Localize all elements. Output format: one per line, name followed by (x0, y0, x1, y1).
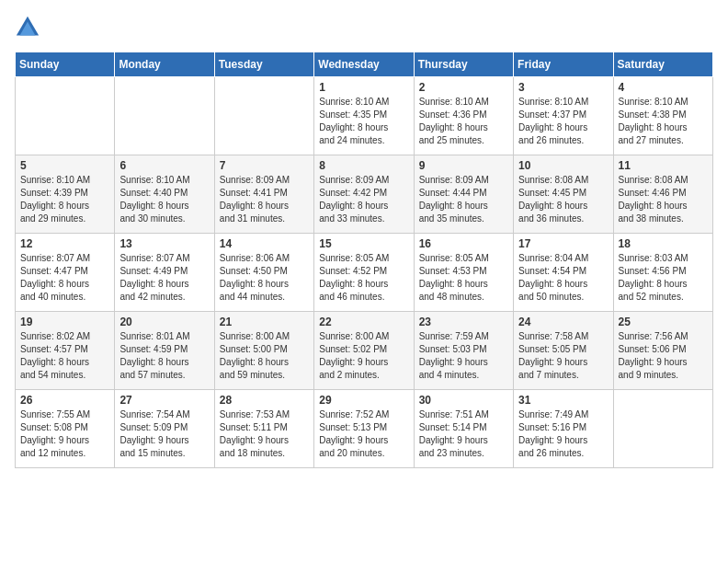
logo (15, 15, 44, 40)
calendar-cell: 2Sunrise: 8:10 AM Sunset: 4:36 PM Daylig… (414, 77, 513, 155)
day-number: 24 (518, 316, 608, 328)
day-info: Sunrise: 7:49 AM Sunset: 5:16 PM Dayligh… (518, 408, 608, 460)
calendar-cell: 7Sunrise: 8:09 AM Sunset: 4:41 PM Daylig… (214, 155, 313, 234)
day-number: 7 (220, 159, 309, 172)
day-info: Sunrise: 7:56 AM Sunset: 5:06 PM Dayligh… (619, 330, 708, 382)
calendar-cell (16, 77, 115, 155)
day-number: 12 (20, 237, 109, 250)
day-info: Sunrise: 8:08 AM Sunset: 4:46 PM Dayligh… (619, 174, 708, 225)
calendar-week-row: 12Sunrise: 8:07 AM Sunset: 4:47 PM Dayli… (16, 234, 713, 312)
calendar-cell: 9Sunrise: 8:09 AM Sunset: 4:44 PM Daylig… (414, 155, 513, 234)
day-number: 4 (619, 81, 708, 94)
header-friday: Friday (514, 52, 613, 77)
day-info: Sunrise: 8:08 AM Sunset: 4:45 PM Dayligh… (518, 174, 608, 225)
day-number: 23 (419, 316, 508, 328)
calendar-cell: 11Sunrise: 8:08 AM Sunset: 4:46 PM Dayli… (613, 155, 712, 234)
calendar-week-row: 1Sunrise: 8:10 AM Sunset: 4:35 PM Daylig… (16, 77, 713, 155)
day-info: Sunrise: 7:58 AM Sunset: 5:05 PM Dayligh… (518, 330, 608, 382)
day-number: 31 (518, 394, 608, 407)
day-number: 2 (419, 81, 508, 94)
day-number: 20 (119, 316, 209, 328)
day-number: 10 (518, 159, 608, 172)
day-info: Sunrise: 7:51 AM Sunset: 5:14 PM Dayligh… (419, 408, 508, 460)
day-number: 21 (220, 316, 309, 328)
calendar-cell: 16Sunrise: 8:05 AM Sunset: 4:53 PM Dayli… (414, 234, 513, 312)
day-info: Sunrise: 8:06 AM Sunset: 4:50 PM Dayligh… (220, 252, 309, 304)
header-thursday: Thursday (414, 52, 513, 77)
header-wednesday: Wednesday (314, 52, 414, 77)
header-sunday: Sunday (16, 52, 115, 77)
calendar-cell: 4Sunrise: 8:10 AM Sunset: 4:38 PM Daylig… (613, 77, 712, 155)
calendar-cell: 23Sunrise: 7:59 AM Sunset: 5:03 PM Dayli… (414, 312, 513, 390)
day-number: 1 (319, 81, 408, 94)
day-info: Sunrise: 8:10 AM Sunset: 4:39 PM Dayligh… (20, 174, 109, 225)
page-header (15, 15, 713, 40)
day-number: 18 (619, 237, 708, 250)
calendar-cell: 20Sunrise: 8:01 AM Sunset: 4:59 PM Dayli… (115, 312, 214, 390)
day-info: Sunrise: 8:01 AM Sunset: 4:59 PM Dayligh… (119, 330, 209, 382)
calendar-cell (115, 77, 214, 155)
calendar-week-row: 5Sunrise: 8:10 AM Sunset: 4:39 PM Daylig… (16, 155, 713, 234)
calendar-cell: 27Sunrise: 7:54 AM Sunset: 5:09 PM Dayli… (115, 390, 214, 468)
day-number: 17 (518, 237, 608, 250)
day-info: Sunrise: 8:07 AM Sunset: 4:49 PM Dayligh… (119, 252, 209, 304)
calendar-cell: 31Sunrise: 7:49 AM Sunset: 5:16 PM Dayli… (514, 390, 613, 468)
day-info: Sunrise: 8:05 AM Sunset: 4:52 PM Dayligh… (319, 252, 408, 304)
day-info: Sunrise: 8:00 AM Sunset: 5:00 PM Dayligh… (220, 330, 309, 382)
header-tuesday: Tuesday (214, 52, 313, 77)
day-number: 22 (319, 316, 408, 328)
calendar-cell: 1Sunrise: 8:10 AM Sunset: 4:35 PM Daylig… (314, 77, 414, 155)
calendar-cell: 15Sunrise: 8:05 AM Sunset: 4:52 PM Dayli… (314, 234, 414, 312)
calendar-cell: 28Sunrise: 7:53 AM Sunset: 5:11 PM Dayli… (214, 390, 313, 468)
calendar-cell: 8Sunrise: 8:09 AM Sunset: 4:42 PM Daylig… (314, 155, 414, 234)
day-info: Sunrise: 8:10 AM Sunset: 4:36 PM Dayligh… (419, 96, 508, 147)
calendar-cell: 14Sunrise: 8:06 AM Sunset: 4:50 PM Dayli… (214, 234, 313, 312)
day-info: Sunrise: 8:10 AM Sunset: 4:40 PM Dayligh… (119, 174, 209, 225)
calendar-cell: 12Sunrise: 8:07 AM Sunset: 4:47 PM Dayli… (16, 234, 115, 312)
day-number: 19 (20, 316, 109, 328)
calendar-cell: 10Sunrise: 8:08 AM Sunset: 4:45 PM Dayli… (514, 155, 613, 234)
day-number: 25 (619, 316, 708, 328)
day-info: Sunrise: 8:10 AM Sunset: 4:37 PM Dayligh… (518, 96, 608, 147)
calendar-cell: 22Sunrise: 8:00 AM Sunset: 5:02 PM Dayli… (314, 312, 414, 390)
calendar-cell: 24Sunrise: 7:58 AM Sunset: 5:05 PM Dayli… (514, 312, 613, 390)
calendar-cell: 21Sunrise: 8:00 AM Sunset: 5:00 PM Dayli… (214, 312, 313, 390)
header-monday: Monday (115, 52, 214, 77)
calendar-week-row: 26Sunrise: 7:55 AM Sunset: 5:08 PM Dayli… (16, 390, 713, 468)
calendar-cell: 30Sunrise: 7:51 AM Sunset: 5:14 PM Dayli… (414, 390, 513, 468)
day-info: Sunrise: 7:55 AM Sunset: 5:08 PM Dayligh… (20, 408, 109, 460)
calendar-week-row: 19Sunrise: 8:02 AM Sunset: 4:57 PM Dayli… (16, 312, 713, 390)
calendar-cell: 6Sunrise: 8:10 AM Sunset: 4:40 PM Daylig… (115, 155, 214, 234)
calendar-cell: 26Sunrise: 7:55 AM Sunset: 5:08 PM Dayli… (16, 390, 115, 468)
calendar-cell: 29Sunrise: 7:52 AM Sunset: 5:13 PM Dayli… (314, 390, 414, 468)
day-info: Sunrise: 7:52 AM Sunset: 5:13 PM Dayligh… (319, 408, 408, 460)
day-number: 9 (419, 159, 508, 172)
day-number: 3 (518, 81, 608, 94)
calendar-cell: 3Sunrise: 8:10 AM Sunset: 4:37 PM Daylig… (514, 77, 613, 155)
calendar-table: SundayMondayTuesdayWednesdayThursdayFrid… (15, 52, 713, 468)
day-number: 30 (419, 394, 508, 407)
day-info: Sunrise: 8:09 AM Sunset: 4:42 PM Dayligh… (319, 174, 408, 225)
day-number: 27 (119, 394, 209, 407)
day-info: Sunrise: 8:00 AM Sunset: 5:02 PM Dayligh… (319, 330, 408, 382)
day-info: Sunrise: 8:05 AM Sunset: 4:53 PM Dayligh… (419, 252, 508, 304)
header-saturday: Saturday (613, 52, 712, 77)
day-info: Sunrise: 8:10 AM Sunset: 4:35 PM Dayligh… (319, 96, 408, 147)
day-info: Sunrise: 7:54 AM Sunset: 5:09 PM Dayligh… (119, 408, 209, 460)
day-number: 8 (319, 159, 408, 172)
day-info: Sunrise: 8:09 AM Sunset: 4:44 PM Dayligh… (419, 174, 508, 225)
day-number: 5 (20, 159, 109, 172)
day-number: 14 (220, 237, 309, 250)
day-number: 15 (319, 237, 408, 250)
calendar-cell: 5Sunrise: 8:10 AM Sunset: 4:39 PM Daylig… (16, 155, 115, 234)
day-info: Sunrise: 8:10 AM Sunset: 4:38 PM Dayligh… (619, 96, 708, 147)
day-info: Sunrise: 8:09 AM Sunset: 4:41 PM Dayligh… (220, 174, 309, 225)
day-number: 11 (619, 159, 708, 172)
day-info: Sunrise: 8:04 AM Sunset: 4:54 PM Dayligh… (518, 252, 608, 304)
day-number: 6 (119, 159, 209, 172)
calendar-cell (613, 390, 712, 468)
day-number: 26 (20, 394, 109, 407)
logo-icon (15, 15, 40, 40)
day-info: Sunrise: 8:03 AM Sunset: 4:56 PM Dayligh… (619, 252, 708, 304)
day-number: 29 (319, 394, 408, 407)
